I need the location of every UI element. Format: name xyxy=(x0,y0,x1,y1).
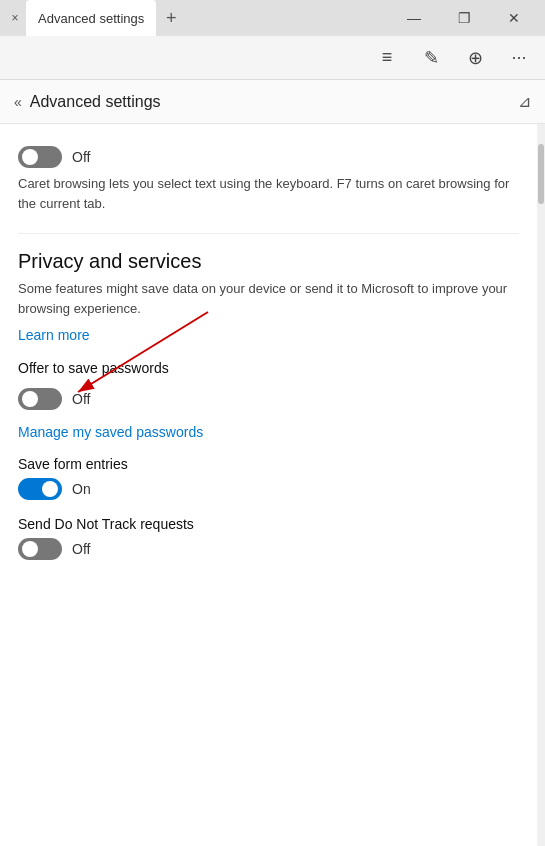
window-close-button[interactable]: ✕ xyxy=(491,0,537,36)
do-not-track-toggle-label: Off xyxy=(72,541,90,557)
pin-icon[interactable]: ⊿ xyxy=(518,92,531,111)
offer-passwords-toggle[interactable] xyxy=(18,388,62,410)
scrollbar-thumb[interactable] xyxy=(538,144,544,204)
do-not-track-group: Send Do Not Track requests Off xyxy=(18,516,519,560)
window-controls: — ❐ ✕ xyxy=(391,0,537,36)
do-not-track-label: Send Do Not Track requests xyxy=(18,516,519,532)
scrollbar-track[interactable] xyxy=(537,124,545,846)
caret-toggle-label: Off xyxy=(72,149,90,165)
privacy-section-title: Privacy and services xyxy=(18,250,519,273)
panel-content-wrapper: Off Caret browsing lets you select text … xyxy=(0,124,545,846)
caret-browsing-section: Off Caret browsing lets you select text … xyxy=(18,146,519,213)
minimize-button[interactable]: — xyxy=(391,0,437,36)
privacy-section-desc: Some features might save data on your de… xyxy=(18,279,519,318)
restore-button[interactable]: ❐ xyxy=(441,0,487,36)
save-form-entries-toggle-row: On xyxy=(18,478,519,500)
hub-icon[interactable]: ≡ xyxy=(373,44,401,72)
panel-content: Off Caret browsing lets you select text … xyxy=(0,124,537,846)
offer-passwords-label: Offer to save passwords xyxy=(18,360,519,376)
active-tab[interactable]: Advanced settings xyxy=(26,0,156,36)
caret-toggle[interactable] xyxy=(18,146,62,168)
panel-title: Advanced settings xyxy=(30,93,161,111)
learn-more-link[interactable]: Learn more xyxy=(18,327,90,343)
offer-passwords-group: Offer to save passwords Off xyxy=(18,360,519,440)
save-form-entries-toggle-knob xyxy=(42,481,58,497)
back-arrow-icon: « xyxy=(14,94,22,110)
settings-panel: « Advanced settings ⊿ Off Caret browsing… xyxy=(0,80,545,846)
back-button[interactable]: « xyxy=(14,94,22,110)
caret-description: Caret browsing lets you select text usin… xyxy=(18,174,519,213)
new-tab-button[interactable]: + xyxy=(156,3,186,33)
more-icon[interactable]: ··· xyxy=(505,44,533,72)
caret-toggle-row: Off xyxy=(18,146,519,168)
tab-close-button[interactable]: × xyxy=(8,11,22,25)
offer-passwords-toggle-container: Off xyxy=(18,382,90,416)
save-form-entries-label: Save form entries xyxy=(18,456,519,472)
title-bar: × Advanced settings + — ❐ ✕ xyxy=(0,0,545,36)
save-form-entries-group: Save form entries On xyxy=(18,456,519,500)
caret-toggle-knob xyxy=(22,149,38,165)
tab-label: Advanced settings xyxy=(38,11,144,26)
note-icon[interactable]: ✎ xyxy=(417,44,445,72)
share-icon[interactable]: ⊕ xyxy=(461,44,489,72)
toolbar: ≡ ✎ ⊕ ··· xyxy=(0,36,545,80)
privacy-section: Privacy and services Some features might… xyxy=(18,250,519,344)
manage-passwords-link[interactable]: Manage my saved passwords xyxy=(18,424,519,440)
do-not-track-toggle[interactable] xyxy=(18,538,62,560)
offer-passwords-toggle-label: Off xyxy=(72,391,90,407)
save-form-entries-toggle-label: On xyxy=(72,481,91,497)
panel-header: « Advanced settings ⊿ xyxy=(0,80,545,124)
do-not-track-toggle-knob xyxy=(22,541,38,557)
section-divider xyxy=(18,233,519,234)
save-form-entries-toggle[interactable] xyxy=(18,478,62,500)
do-not-track-toggle-row: Off xyxy=(18,538,519,560)
offer-passwords-toggle-knob xyxy=(22,391,38,407)
offer-passwords-toggle-row: Off xyxy=(18,388,90,410)
